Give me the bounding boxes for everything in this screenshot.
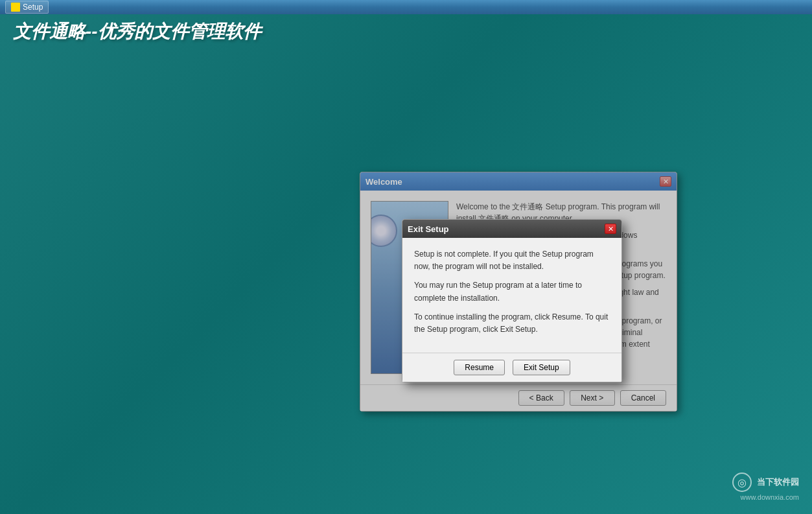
exit-titlebar: Exit Setup ✕ — [402, 220, 621, 238]
exit-setup-button[interactable]: Exit Setup — [513, 360, 570, 375]
exit-close-button[interactable]: ✕ — [605, 224, 616, 234]
exit-text-1: Setup is not complete. If you quit the S… — [414, 248, 610, 273]
exit-text-2: You may run the Setup program at a later… — [414, 279, 610, 304]
resume-button[interactable]: Resume — [454, 360, 505, 375]
watermark-logo: ◎ 当下软件园 — [732, 473, 799, 492]
exit-text-3: To continue installing the program, clic… — [414, 311, 610, 336]
watermark: ◎ 当下软件园 www.downxia.com — [732, 473, 799, 501]
exit-title-text: Exit Setup — [408, 224, 449, 234]
taskbar: Setup — [0, 0, 812, 14]
watermark-site-name: 当下软件园 — [757, 476, 799, 488]
setup-icon — [11, 3, 20, 12]
taskbar-item-label: Setup — [23, 3, 43, 12]
watermark-circle-icon: ◎ — [732, 473, 752, 492]
watermark-url: www.downxia.com — [732, 493, 799, 501]
header-title: 文件通略--优秀的文件管理软件 — [13, 19, 261, 44]
exit-footer: Resume Exit Setup — [402, 353, 621, 382]
taskbar-item[interactable]: Setup — [5, 1, 49, 14]
exit-body: Setup is not complete. If you quit the S… — [402, 238, 621, 353]
exit-dialog: Exit Setup ✕ Setup is not complete. If y… — [402, 219, 622, 382]
